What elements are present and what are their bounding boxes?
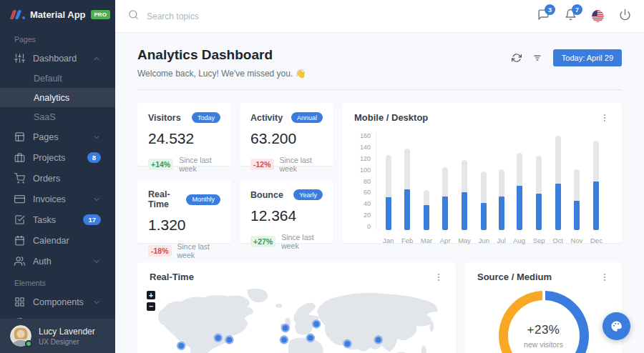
bar-oct[interactable]: Oct — [552, 132, 563, 244]
bar-jan[interactable]: Jan — [383, 132, 394, 244]
bar-feb[interactable]: Feb — [401, 132, 413, 244]
sidebar-item-label: Auth — [33, 257, 52, 267]
stat-period-badge[interactable]: Yearly — [293, 189, 323, 200]
map-marker[interactable] — [215, 334, 222, 342]
sidebar-subitem-analytics[interactable]: Analytics — [0, 88, 115, 107]
messages-button[interactable]: 3 — [537, 9, 550, 24]
y-tick: 60 — [364, 189, 371, 196]
messages-badge: 3 — [545, 4, 555, 15]
sidebar-user[interactable]: Lucy Lavender UX Designer — [0, 319, 115, 353]
bar-sep[interactable]: Sep — [533, 132, 545, 244]
stat-note: Since last week — [281, 233, 323, 250]
map-marker[interactable] — [282, 324, 289, 332]
palette-icon — [610, 319, 623, 333]
map-marker[interactable] — [375, 336, 382, 343]
sidebar-item-tasks[interactable]: Tasks17 — [0, 209, 115, 230]
grid-icon — [14, 297, 25, 307]
y-tick: 100 — [360, 166, 371, 174]
sidebar-item-label: Pages — [33, 132, 58, 142]
us-flag-icon — [592, 10, 604, 22]
map-zoom-in-button[interactable]: + — [147, 291, 155, 299]
kebab-menu-icon[interactable] — [600, 272, 610, 282]
date-button[interactable]: Today: April 29 — [553, 49, 622, 66]
stat-period-badge[interactable]: Annual — [291, 112, 323, 123]
world-map[interactable]: + − — [150, 286, 444, 353]
filter-icon[interactable] — [532, 53, 542, 63]
stat-period-badge[interactable]: Today — [192, 112, 220, 123]
search-bar — [128, 9, 537, 23]
bar-dec[interactable]: Dec — [590, 132, 602, 244]
pro-badge: PRO — [91, 10, 110, 19]
stat-delta-chip: -12% — [250, 159, 274, 170]
layout-icon — [14, 131, 25, 142]
stat-title: Activity — [250, 113, 283, 123]
donut-chart: +23% new visitors — [499, 291, 589, 353]
stat-note: Since last week — [177, 242, 220, 259]
page-subtitle: Welcome back, Lucy! We've missed you. 👋 — [137, 69, 306, 79]
sidebar-item-dashboard[interactable]: Dashboard — [0, 48, 115, 69]
bar-nov[interactable]: Nov — [571, 132, 583, 244]
stat-delta-chip: +14% — [148, 159, 173, 170]
card-title: Source / Medium — [477, 272, 552, 282]
sidebar-item-projects[interactable]: Projects8 — [0, 147, 115, 168]
stat-card-real-time: Real-TimeMonthly1.320-18%Since last week — [137, 180, 231, 243]
bar-jul[interactable]: Jul — [497, 132, 506, 244]
y-tick: 140 — [360, 144, 371, 151]
kebab-menu-icon[interactable] — [600, 113, 610, 123]
language-flag-button[interactable] — [592, 10, 604, 22]
stat-delta-chip: -18% — [148, 245, 172, 257]
map-marker[interactable] — [313, 320, 320, 327]
user-name: Lucy Lavender — [39, 327, 95, 337]
sidebar-item-pages[interactable]: Pages — [0, 126, 115, 147]
x-tick: Nov — [571, 237, 583, 244]
stat-value: 24.532 — [148, 130, 220, 147]
map-marker[interactable] — [280, 336, 288, 343]
x-tick: Jun — [479, 237, 489, 244]
app-window: Material App PRO PagesDashboardDefaultAn… — [0, 0, 644, 353]
sidebar-item-orders[interactable]: Orders — [0, 168, 115, 189]
stat-card-activity: ActivityAnnual63.200-12%Since last week — [240, 103, 333, 166]
bar-jun[interactable]: Jun — [479, 132, 489, 244]
brand[interactable]: Material App PRO — [0, 0, 115, 26]
sidebar-item-label: Components — [33, 297, 84, 307]
notifications-button[interactable]: 7 — [565, 9, 577, 24]
x-tick: Apr — [440, 237, 451, 244]
sidebar-item-auth[interactable]: Auth — [0, 251, 115, 272]
map-marker[interactable] — [307, 334, 314, 342]
bar-chart: 160140120100806040200 JanFebMarAprMayJun… — [354, 132, 610, 244]
x-tick: Feb — [401, 237, 413, 244]
power-icon — [619, 9, 631, 24]
sidebar-item-charts[interactable]: Charts — [0, 312, 115, 319]
sidebar-nav: PagesDashboardDefaultAnalyticsSaaSPagesP… — [0, 26, 115, 319]
kebab-menu-icon[interactable] — [434, 272, 444, 282]
map-marker[interactable] — [177, 342, 185, 349]
chevron-down-icon — [92, 133, 101, 141]
sidebar-item-invoices[interactable]: Invoices — [0, 189, 115, 209]
sidebar-item-calendar[interactable]: Calendar — [0, 230, 115, 251]
sidebar-item-label: Tasks — [33, 215, 56, 225]
bar-apr[interactable]: Apr — [440, 132, 451, 244]
bar-aug[interactable]: Aug — [513, 132, 525, 244]
bar-mar[interactable]: Mar — [421, 132, 432, 244]
sidebar-item-label: Dashboard — [33, 54, 77, 64]
stat-value: 12.364 — [250, 207, 323, 224]
map-zoom-out-button[interactable]: − — [147, 302, 155, 311]
sidebar-subitem-default[interactable]: Default — [0, 69, 115, 88]
sidebar-subitem-saas[interactable]: SaaS — [0, 107, 115, 126]
stat-period-badge[interactable]: Monthly — [186, 194, 220, 205]
sidebar-item-components[interactable]: Components — [0, 292, 115, 312]
power-button[interactable] — [619, 9, 631, 24]
bar-may[interactable]: May — [458, 132, 471, 244]
refresh-icon[interactable] — [512, 53, 522, 63]
map-marker[interactable] — [225, 336, 233, 343]
chevron-up-icon — [92, 54, 101, 63]
online-status-dot — [25, 340, 32, 347]
credit-card-icon — [14, 194, 25, 204]
brand-name: Material App — [30, 9, 86, 20]
theme-settings-fab[interactable] — [602, 312, 630, 340]
x-tick: Oct — [552, 237, 563, 244]
search-input[interactable] — [147, 11, 304, 21]
map-marker[interactable] — [343, 340, 351, 347]
stat-title: Real-Time — [148, 189, 186, 209]
briefcase-icon — [14, 152, 25, 163]
